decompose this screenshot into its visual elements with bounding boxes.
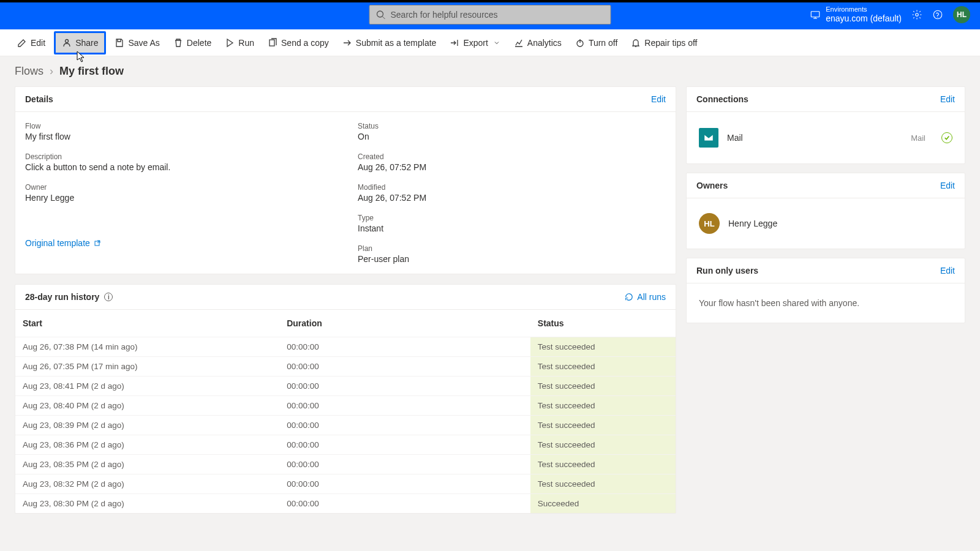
repair-tips-button[interactable]: Repair tips off — [626, 34, 702, 51]
owner-avatar: HL — [699, 213, 720, 234]
col-start[interactable]: Start — [15, 310, 279, 337]
status-ok-icon — [941, 132, 952, 143]
run-status: Test succeeded — [530, 455, 676, 474]
run-start: Aug 26, 07:35 PM (17 min ago) — [15, 357, 279, 377]
run-history-table: Start Duration Status Aug 26, 07:38 PM (… — [15, 310, 676, 513]
details-title: Details — [25, 94, 53, 104]
table-row[interactable]: Aug 23, 08:40 PM (2 d ago)00:00:00Test s… — [15, 396, 676, 416]
trash-icon — [173, 38, 183, 48]
created-value: Aug 26, 07:52 PM — [358, 162, 666, 172]
run-status: Test succeeded — [530, 416, 676, 435]
run-start: Aug 23, 08:40 PM (2 d ago) — [15, 396, 279, 416]
plan-label: Plan — [358, 244, 666, 253]
owners-card: Owners Edit HLHenry Legge — [686, 173, 965, 249]
share-icon — [62, 38, 72, 48]
play-icon — [225, 38, 235, 48]
export-button[interactable]: Export — [445, 34, 505, 51]
help-icon[interactable] — [932, 9, 943, 20]
settings-icon[interactable] — [911, 9, 922, 20]
details-edit-button[interactable]: Edit — [651, 94, 666, 104]
modified-label: Modified — [358, 183, 666, 192]
original-template-link[interactable]: Original template — [25, 238, 333, 248]
table-row[interactable]: Aug 23, 08:36 PM (2 d ago)00:00:00Test s… — [15, 435, 676, 455]
environment-icon — [810, 9, 821, 20]
environment-picker[interactable]: Environments enayu.com (default) — [810, 6, 902, 24]
search-placeholder: Search for helpful resources — [391, 10, 498, 20]
svg-rect-2 — [812, 12, 820, 17]
run-duration: 00:00:00 — [279, 396, 530, 416]
owner-label: Owner — [25, 183, 333, 192]
topbar: Search for helpful resources Environment… — [0, 0, 980, 29]
table-row[interactable]: Aug 26, 07:35 PM (17 min ago)00:00:00Tes… — [15, 357, 676, 377]
run-start: Aug 23, 08:36 PM (2 d ago) — [15, 435, 279, 455]
run-duration: 00:00:00 — [279, 337, 530, 357]
run-start: Aug 26, 07:38 PM (14 min ago) — [15, 337, 279, 357]
open-icon — [94, 239, 101, 247]
power-icon — [575, 38, 585, 48]
table-row[interactable]: Aug 23, 08:39 PM (2 d ago)00:00:00Test s… — [15, 416, 676, 435]
run-status: Test succeeded — [530, 377, 676, 396]
copy-icon — [268, 38, 277, 48]
search-icon — [376, 10, 386, 20]
all-runs-button[interactable]: All runs — [625, 292, 666, 302]
run-start: Aug 23, 08:30 PM (2 d ago) — [15, 494, 279, 514]
type-label: Type — [358, 214, 666, 222]
chevron-right-icon: › — [50, 65, 53, 78]
run-only-users-card: Run only users Edit Your flow hasn't bee… — [686, 258, 965, 323]
info-icon[interactable]: i — [104, 293, 113, 301]
svg-line-1 — [383, 17, 385, 19]
status-label: Status — [358, 122, 666, 130]
bell-icon — [631, 38, 641, 48]
run-start: Aug 23, 08:32 PM (2 d ago) — [15, 474, 279, 494]
submit-template-button[interactable]: Submit as a template — [337, 34, 442, 51]
plan-value: Per-user plan — [358, 254, 666, 264]
delete-button[interactable]: Delete — [168, 34, 216, 51]
search-input[interactable]: Search for helpful resources — [369, 5, 611, 24]
owners-title: Owners — [696, 181, 728, 190]
modified-value: Aug 26, 07:52 PM — [358, 193, 666, 203]
connection-type: Mail — [911, 133, 925, 143]
run-duration: 00:00:00 — [279, 416, 530, 435]
connections-card: Connections Edit MailMail — [686, 86, 965, 164]
breadcrumb-flows[interactable]: Flows — [15, 65, 43, 78]
history-title: 28-day run history — [25, 292, 99, 302]
svg-rect-8 — [270, 40, 274, 46]
run-button[interactable]: Run — [220, 34, 259, 51]
owner-row[interactable]: HLHenry Legge — [696, 208, 955, 239]
status-value: On — [358, 132, 666, 141]
edit-button[interactable]: Edit — [12, 34, 50, 51]
turn-off-button[interactable]: Turn off — [570, 34, 622, 51]
save-as-button[interactable]: Save As — [110, 34, 164, 51]
connection-row[interactable]: MailMail — [696, 122, 955, 154]
table-row[interactable]: Aug 23, 08:30 PM (2 d ago)00:00:00Succee… — [15, 494, 676, 514]
connections-edit-button[interactable]: Edit — [940, 94, 955, 104]
breadcrumb: Flows › My first flow — [0, 56, 980, 81]
user-avatar[interactable]: HL — [953, 6, 970, 23]
share-button[interactable]: Share — [54, 31, 106, 54]
svg-point-5 — [916, 13, 919, 17]
export-icon — [450, 38, 459, 48]
run-only-edit-button[interactable]: Edit — [940, 266, 955, 276]
description-value: Click a button to send a note by email. — [25, 162, 333, 172]
pencil-icon — [17, 38, 27, 48]
created-label: Created — [358, 152, 666, 161]
analytics-button[interactable]: Analytics — [509, 34, 567, 51]
run-status: Test succeeded — [530, 435, 676, 455]
chevron-down-icon — [493, 39, 500, 47]
mail-icon — [699, 128, 718, 148]
table-row[interactable]: Aug 23, 08:32 PM (2 d ago)00:00:00Test s… — [15, 474, 676, 494]
owners-edit-button[interactable]: Edit — [940, 181, 955, 190]
table-row[interactable]: Aug 23, 08:35 PM (2 d ago)00:00:00Test s… — [15, 455, 676, 474]
environment-label: Environments — [826, 6, 902, 13]
table-row[interactable]: Aug 23, 08:41 PM (2 d ago)00:00:00Test s… — [15, 377, 676, 396]
run-start: Aug 23, 08:39 PM (2 d ago) — [15, 416, 279, 435]
col-duration[interactable]: Duration — [279, 310, 530, 337]
table-row[interactable]: Aug 26, 07:38 PM (14 min ago)00:00:00Tes… — [15, 337, 676, 357]
send-copy-button[interactable]: Send a copy — [263, 34, 334, 51]
connections-title: Connections — [696, 94, 748, 104]
owner-value: Henry Legge — [25, 193, 333, 203]
run-duration: 00:00:00 — [279, 435, 530, 455]
run-status: Test succeeded — [530, 357, 676, 377]
col-status[interactable]: Status — [530, 310, 676, 337]
command-bar: Edit Share Save As Delete Run Send a cop… — [0, 29, 980, 56]
